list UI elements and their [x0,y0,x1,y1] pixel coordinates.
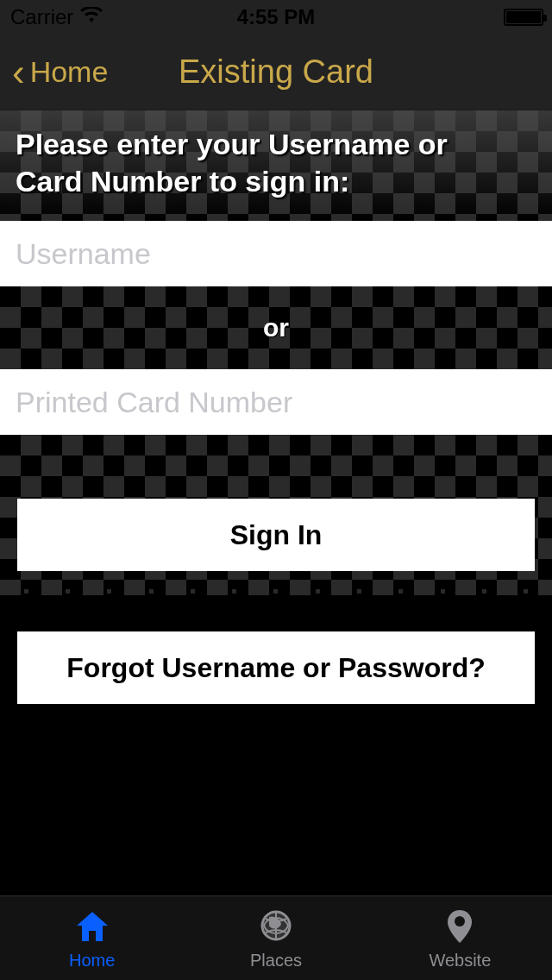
back-label: Home [30,55,109,89]
tab-label: Website [429,951,491,971]
tab-bar: Home Places Website [0,895,552,980]
nav-bar: ‹ Home Existing Card [0,35,552,110]
tab-label: Places [250,951,302,971]
tab-label: Home [69,951,115,971]
forgot-label: Forgot Username or Password? [66,652,485,684]
sign-in-button[interactable]: Sign In [17,499,535,571]
back-button[interactable]: ‹ Home [0,53,108,91]
username-input[interactable] [0,221,552,286]
chevron-left-icon: ‹ [12,53,25,91]
forgot-credentials-button[interactable]: Forgot Username or Password? [17,631,535,704]
svg-point-2 [455,916,465,927]
tab-places[interactable]: Places [184,896,367,980]
globe-icon [257,907,295,949]
instruction-text: Please enter your Username or Card Numbe… [16,126,500,199]
content-area: Please enter your Username or Card Numbe… [0,110,552,895]
battery-icon [504,9,543,26]
home-icon [73,907,111,949]
status-bar: Carrier 4:55 PM [0,0,552,35]
tab-home[interactable]: Home [0,896,184,980]
dot-separator [0,589,552,598]
checker-background: or [0,286,552,369]
tab-website[interactable]: Website [368,896,552,980]
status-time: 4:55 PM [0,5,552,29]
map-pin-icon [441,907,479,949]
card-number-input[interactable] [0,369,552,435]
sign-in-label: Sign In [230,519,323,551]
or-label: or [263,313,289,342]
